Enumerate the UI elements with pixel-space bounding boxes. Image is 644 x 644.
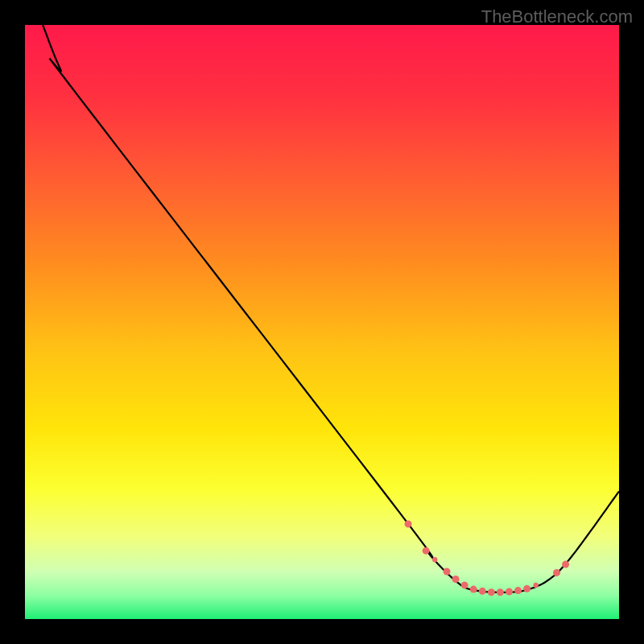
marker-dot (423, 547, 430, 555)
gradient-background (25, 25, 619, 619)
marker-dot (461, 581, 469, 588)
chart-svg (25, 25, 619, 619)
marker-dot (432, 557, 437, 562)
marker-dot (514, 587, 522, 594)
marker-dot (470, 586, 477, 593)
marker-dot (452, 576, 460, 583)
marker-dot (488, 588, 495, 596)
marker-dot (443, 568, 450, 575)
marker-dot (523, 585, 530, 592)
marker-dot (405, 520, 412, 527)
marker-dot (562, 561, 569, 568)
chart-area (25, 25, 619, 619)
marker-dot (497, 588, 504, 596)
marker-dot (533, 583, 538, 588)
watermark-text: TheBottleneck.com (481, 6, 633, 27)
marker-dot (553, 569, 560, 576)
marker-dot (506, 588, 513, 596)
marker-dot (479, 588, 486, 595)
